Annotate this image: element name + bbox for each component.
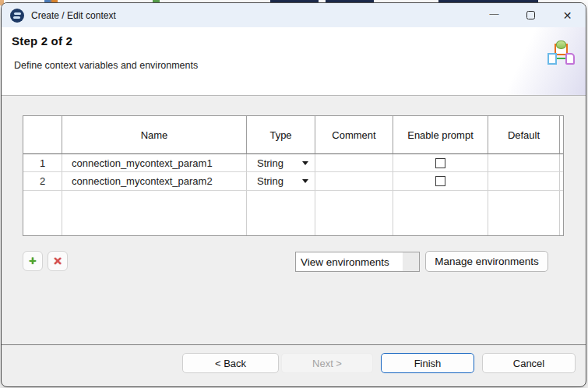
footer-separator	[2, 344, 586, 345]
empty-table-area	[393, 191, 488, 235]
create-edit-context-dialog: Create / Edit context — ✕ Step 2 of 2 De…	[1, 2, 586, 387]
button-end-strip-decor	[403, 252, 419, 271]
back-button[interactable]: < Back	[182, 353, 279, 373]
empty-table-area	[315, 191, 393, 235]
empty-table-area	[23, 191, 62, 235]
context-variables-table: Name Type Comment Enable prompt Default …	[23, 115, 564, 236]
minimize-button[interactable]: —	[476, 3, 512, 27]
filler-cell	[560, 154, 563, 172]
close-button[interactable]: ✕	[549, 3, 586, 27]
column-header-filler	[560, 116, 563, 154]
blue-node-icon	[548, 53, 557, 65]
chevron-down-icon[interactable]	[302, 161, 308, 165]
close-icon: ✕	[563, 9, 572, 22]
window-controls: — ✕	[476, 3, 586, 27]
enable-prompt-cell	[393, 172, 488, 191]
default-cell[interactable]	[488, 172, 560, 191]
empty-table-area	[560, 191, 563, 235]
purple-node-icon	[565, 53, 575, 65]
talend-app-icon	[10, 9, 24, 23]
column-header-type: Type	[247, 116, 315, 154]
enable-prompt-checkbox[interactable]	[435, 176, 445, 186]
empty-table-area	[247, 191, 315, 235]
comment-cell[interactable]	[315, 154, 393, 172]
remove-variable-button[interactable]: ✕	[48, 251, 68, 271]
column-header-comment: Comment	[315, 116, 393, 154]
window-title: Create / Edit context	[31, 10, 116, 21]
default-cell[interactable]	[488, 154, 560, 172]
type-cell[interactable]: String	[247, 154, 315, 172]
type-value: String	[257, 175, 283, 187]
context-group-icon	[547, 41, 576, 71]
name-cell[interactable]: connection_mycontext_param1	[62, 154, 247, 172]
name-cell[interactable]: connection_mycontext_param2	[62, 172, 247, 191]
row-number: 2	[23, 172, 62, 191]
type-value: String	[257, 157, 283, 169]
step-title: Step 2 of 2	[12, 34, 72, 48]
empty-table-area	[488, 191, 560, 235]
wizard-header: Step 2 of 2 Define context variables and…	[2, 27, 586, 96]
enable-prompt-checkbox[interactable]	[435, 158, 445, 168]
cancel-button[interactable]: Cancel	[482, 353, 576, 373]
enable-prompt-cell	[393, 154, 488, 172]
plus-icon: +	[29, 254, 36, 268]
column-header-default: Default	[488, 116, 560, 154]
finish-button[interactable]: Finish	[381, 353, 474, 373]
add-variable-button[interactable]: +	[23, 251, 43, 271]
comment-cell[interactable]	[315, 172, 393, 191]
next-button[interactable]: Next >	[281, 353, 373, 373]
filler-cell	[560, 172, 563, 191]
view-environments-button[interactable]: View environments	[295, 252, 420, 272]
delete-x-icon: ✕	[53, 255, 62, 267]
titlebar: Create / Edit context — ✕	[2, 3, 586, 27]
minimize-icon: —	[490, 9, 499, 19]
maximize-icon	[526, 11, 535, 19]
manage-environments-button[interactable]: Manage environments	[425, 251, 548, 272]
chevron-down-icon[interactable]	[302, 179, 308, 183]
column-header-rownum	[23, 116, 62, 154]
maximize-button[interactable]	[512, 3, 549, 27]
green-node-icon	[556, 41, 566, 49]
column-header-enable-prompt: Enable prompt	[393, 116, 488, 154]
column-header-name: Name	[62, 116, 247, 154]
type-cell[interactable]: String	[247, 172, 315, 191]
manage-environments-label: Manage environments	[435, 256, 539, 267]
step-description: Define context variables and environment…	[14, 60, 198, 71]
empty-table-area	[62, 191, 247, 235]
row-number: 1	[23, 154, 62, 172]
view-environments-label: View environments	[301, 256, 389, 268]
